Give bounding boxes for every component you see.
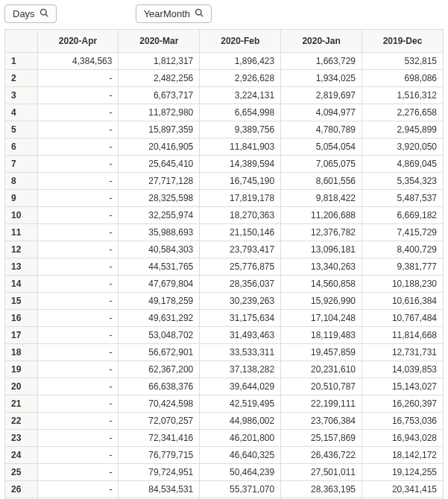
data-cell[interactable]: 46,640,325: [200, 447, 281, 464]
data-cell[interactable]: -: [37, 481, 119, 498]
row-header[interactable]: 23: [5, 430, 38, 447]
data-cell[interactable]: 19,124,255: [362, 464, 444, 481]
data-cell[interactable]: 21,150,146: [200, 224, 281, 241]
data-cell[interactable]: 11,814,668: [362, 327, 444, 344]
data-cell[interactable]: 8,601,556: [281, 173, 362, 190]
data-cell[interactable]: -: [37, 241, 119, 258]
data-cell[interactable]: 79,724,951: [119, 464, 200, 481]
data-cell[interactable]: 4,384,563: [37, 53, 119, 70]
data-cell[interactable]: 16,745,190: [200, 173, 281, 190]
data-cell[interactable]: 35,988,693: [119, 224, 200, 241]
col-header[interactable]: 2020-Apr: [37, 30, 119, 53]
data-cell[interactable]: 1,663,729: [281, 53, 362, 70]
row-header[interactable]: 25: [5, 464, 38, 481]
days-pill[interactable]: Days: [4, 4, 57, 23]
data-cell[interactable]: 46,201,800: [200, 430, 281, 447]
col-header[interactable]: 2020-Mar: [119, 30, 200, 53]
data-cell[interactable]: 1,934,025: [281, 70, 362, 87]
data-cell[interactable]: 7,415,729: [362, 224, 444, 241]
data-cell[interactable]: 4,780,789: [281, 121, 362, 139]
data-cell[interactable]: -: [37, 224, 119, 241]
data-cell[interactable]: -: [37, 447, 119, 464]
data-cell[interactable]: 28,356,037: [200, 276, 281, 293]
data-cell[interactable]: -: [37, 173, 119, 190]
data-cell[interactable]: 10,616,384: [362, 293, 444, 310]
row-header[interactable]: 12: [5, 241, 38, 258]
data-cell[interactable]: 16,943,028: [362, 430, 444, 447]
data-cell[interactable]: -: [37, 276, 119, 293]
data-cell[interactable]: 49,631,292: [119, 310, 200, 327]
data-cell[interactable]: -: [37, 310, 119, 327]
data-cell[interactable]: 15,143,027: [362, 378, 444, 395]
row-header[interactable]: 6: [5, 139, 38, 156]
row-header[interactable]: 15: [5, 293, 38, 310]
data-cell[interactable]: 17,819,178: [200, 190, 281, 207]
data-cell[interactable]: 47,679,804: [119, 276, 200, 293]
data-cell[interactable]: 18,142,172: [362, 447, 444, 464]
data-cell[interactable]: -: [37, 327, 119, 344]
data-cell[interactable]: 25,157,869: [281, 430, 362, 447]
data-cell[interactable]: -: [37, 464, 119, 481]
data-cell[interactable]: 25,776,875: [200, 258, 281, 276]
row-header[interactable]: 24: [5, 447, 38, 464]
row-header[interactable]: 14: [5, 276, 38, 293]
data-cell[interactable]: 10,188,230: [362, 276, 444, 293]
row-header[interactable]: 8: [5, 173, 38, 190]
data-cell[interactable]: 27,717,128: [119, 173, 200, 190]
yearmonth-pill[interactable]: YearMonth: [136, 4, 212, 23]
data-cell[interactable]: -: [37, 258, 119, 276]
data-cell[interactable]: 44,986,002: [200, 413, 281, 430]
data-cell[interactable]: -: [37, 207, 119, 224]
data-cell[interactable]: 15,897,359: [119, 121, 200, 139]
data-cell[interactable]: 2,819,697: [281, 87, 362, 104]
data-cell[interactable]: 30,239,263: [200, 293, 281, 310]
data-cell[interactable]: 72,070,257: [119, 413, 200, 430]
row-header[interactable]: 21: [5, 395, 38, 413]
data-cell[interactable]: -: [37, 156, 119, 173]
row-header[interactable]: 22: [5, 413, 38, 430]
data-cell[interactable]: 55,371,070: [200, 481, 281, 498]
data-cell[interactable]: -: [37, 361, 119, 378]
data-cell[interactable]: 12,731,731: [362, 344, 444, 361]
data-cell[interactable]: 6,673,717: [119, 87, 200, 104]
row-header[interactable]: 17: [5, 327, 38, 344]
data-cell[interactable]: 23,706,384: [281, 413, 362, 430]
data-cell[interactable]: 56,672,901: [119, 344, 200, 361]
data-cell[interactable]: 14,560,858: [281, 276, 362, 293]
row-header[interactable]: 18: [5, 344, 38, 361]
data-cell[interactable]: 698,086: [362, 70, 444, 87]
row-header[interactable]: 5: [5, 121, 38, 139]
row-header[interactable]: 4: [5, 104, 38, 121]
data-cell[interactable]: 42,519,495: [200, 395, 281, 413]
data-cell[interactable]: 3,224,131: [200, 87, 281, 104]
row-header[interactable]: 7: [5, 156, 38, 173]
row-header[interactable]: 11: [5, 224, 38, 241]
data-cell[interactable]: 66,638,376: [119, 378, 200, 395]
data-cell[interactable]: 20,341,415: [362, 481, 444, 498]
row-header[interactable]: 1: [5, 53, 38, 70]
col-header[interactable]: 2020-Feb: [200, 30, 281, 53]
data-cell[interactable]: 28,363,195: [281, 481, 362, 498]
data-cell[interactable]: 15,926,990: [281, 293, 362, 310]
data-cell[interactable]: 4,094,977: [281, 104, 362, 121]
data-cell[interactable]: -: [37, 344, 119, 361]
data-cell[interactable]: 9,389,756: [200, 121, 281, 139]
data-cell[interactable]: -: [37, 378, 119, 395]
data-cell[interactable]: 532,815: [362, 53, 444, 70]
data-cell[interactable]: 22,199,111: [281, 395, 362, 413]
data-cell[interactable]: 11,841,903: [200, 139, 281, 156]
data-cell[interactable]: 28,325,598: [119, 190, 200, 207]
row-header[interactable]: 2: [5, 70, 38, 87]
row-header[interactable]: 13: [5, 258, 38, 276]
row-header[interactable]: 16: [5, 310, 38, 327]
data-cell[interactable]: 14,039,853: [362, 361, 444, 378]
data-cell[interactable]: 33,533,311: [200, 344, 281, 361]
data-cell[interactable]: -: [37, 395, 119, 413]
col-header[interactable]: 2019-Dec: [362, 30, 444, 53]
data-cell[interactable]: 7,065,075: [281, 156, 362, 173]
data-cell[interactable]: 32,255,974: [119, 207, 200, 224]
data-cell[interactable]: 84,534,531: [119, 481, 200, 498]
data-cell[interactable]: 26,436,722: [281, 447, 362, 464]
data-cell[interactable]: 2,945,899: [362, 121, 444, 139]
data-cell[interactable]: 20,416,905: [119, 139, 200, 156]
